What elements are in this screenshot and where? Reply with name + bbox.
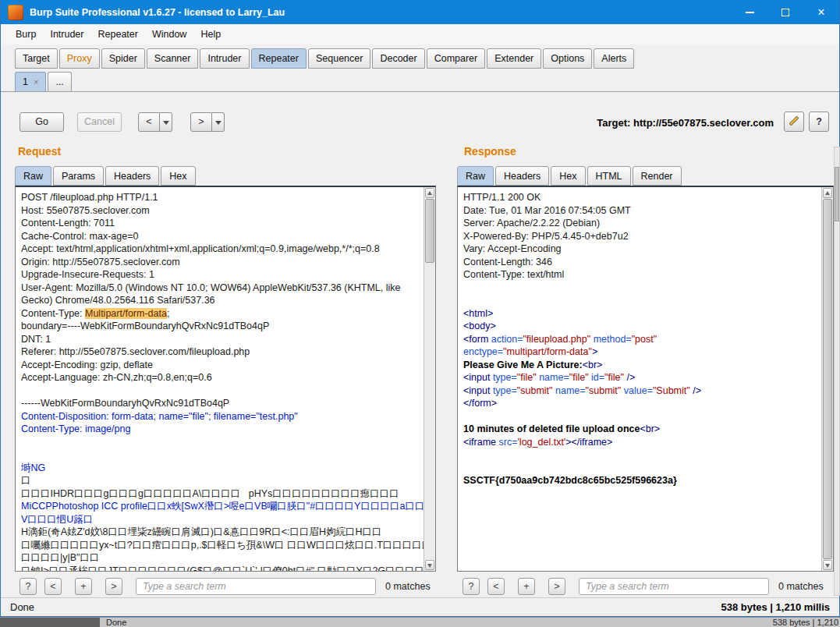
editor-line: User-Agent: Mozilla/5.0 (Windows NT 10.0… <box>21 282 424 295</box>
editor-line: Please Give Me A Picture:<br> <box>463 359 821 372</box>
request-search-buttons: ?<+> <box>19 578 136 595</box>
editor-line: <form action="fileupload.php" method="po… <box>463 333 821 346</box>
cancel-button[interactable]: Cancel <box>77 112 122 132</box>
response-search-prev-button[interactable]: < <box>487 578 505 595</box>
text-segment: MiCCPPhotoshop ICC profile口口x蛈[SwX撍口>喅e口… <box>21 501 424 512</box>
text-segment: <body> <box>463 321 496 331</box>
main-tab-target[interactable]: Target <box>15 48 58 69</box>
editor-line: Date: Tue, 01 Mar 2016 07:54:05 GMT <box>463 204 821 218</box>
text-segment: ------WebKitFormBoundaryhQvRxNc91dTBo4qP <box>21 398 229 409</box>
text-segment: POST /fileupload.php HTTP/1.1 <box>21 192 158 203</box>
response-scroll-thumb[interactable] <box>823 199 832 559</box>
menu-window[interactable]: Window <box>145 24 193 44</box>
history-forward-split: > <box>190 112 225 132</box>
maximize-icon <box>782 9 789 16</box>
pencil-icon <box>789 116 799 126</box>
response-search-help-button[interactable]: ? <box>463 578 480 595</box>
text-segment: 10 minutes of deleted file upload once <box>463 423 640 434</box>
editor-line: Host: 55e07875.seclover.com <box>21 204 424 218</box>
request-search-bar: ?<+> 0 matches <box>19 577 436 596</box>
main-tab-spider[interactable]: Spider <box>101 48 145 69</box>
text-segment: Accept-Language: zh-CN,zh;q=0.8,en;q=0.6 <box>21 372 212 383</box>
request-search-next-button[interactable]: > <box>105 578 122 595</box>
main-tab-intruder[interactable]: Intruder <box>200 48 249 69</box>
help-button[interactable]: ? <box>809 112 829 132</box>
history-back-dropdown[interactable] <box>160 112 172 132</box>
scroll-up-icon[interactable] <box>823 188 832 198</box>
menu-repeater[interactable]: Repeater <box>91 24 145 44</box>
editor-line: DNT: 1 <box>21 333 424 346</box>
request-search-add-button[interactable]: + <box>75 578 92 595</box>
main-tab-proxy[interactable]: Proxy <box>59 48 100 69</box>
main-tab-sequencer[interactable]: Sequencer <box>308 48 370 69</box>
menu-intruder[interactable]: Intruder <box>43 24 90 44</box>
window-scroll-thumb[interactable] <box>835 167 839 221</box>
main-tab-repeater[interactable]: Repeater <box>251 48 307 69</box>
editor-line: Content-Length: 7011 <box>21 217 424 230</box>
request-tab-hex[interactable]: Hex <box>161 166 195 186</box>
request-search-input[interactable] <box>136 578 376 595</box>
response-tab-headers[interactable]: Headers <box>495 166 549 186</box>
window-title: Burp Suite Professional v1.6.27 - licens… <box>30 7 732 18</box>
maximize-button[interactable] <box>767 0 803 24</box>
tab-close-icon[interactable]: × <box>34 78 38 87</box>
main-tab-decoder[interactable]: Decoder <box>372 48 424 69</box>
text-segment: method= <box>594 334 632 345</box>
edit-target-button[interactable] <box>784 112 804 132</box>
request-title: Request <box>18 145 61 158</box>
response-tab-html[interactable]: HTML <box>587 166 631 186</box>
text-segment: HTTP/1.1 200 OK <box>463 192 541 203</box>
main-tab-options[interactable]: Options <box>543 48 592 69</box>
scroll-down-icon[interactable] <box>425 560 434 570</box>
editor-line: 口 <box>21 474 424 487</box>
response-tab-hex[interactable]: Hex <box>551 166 585 186</box>
window-scrollbar[interactable] <box>834 147 840 596</box>
request-editor-text[interactable]: POST /fileupload.php HTTP/1.1Host: 55e07… <box>16 187 424 571</box>
scroll-down-icon[interactable] <box>823 560 832 570</box>
request-search-prev-button[interactable]: < <box>44 578 62 595</box>
editor-line: <body> <box>463 320 821 333</box>
history-forward-button[interactable]: > <box>190 112 212 132</box>
minimize-icon <box>746 12 754 13</box>
request-tab-params[interactable]: Params <box>53 166 104 186</box>
close-button[interactable]: × <box>803 0 839 24</box>
response-editor-text[interactable]: HTTP/1.1 200 OKDate: Tue, 01 Mar 2016 07… <box>458 187 821 571</box>
repeater-tab-1[interactable]: 1× <box>15 72 46 91</box>
scroll-up-icon[interactable] <box>425 188 434 198</box>
response-editor[interactable]: HTTP/1.1 200 OKDate: Tue, 01 Mar 2016 07… <box>457 186 834 572</box>
minimize-button[interactable] <box>732 0 767 24</box>
main-tab-comparer[interactable]: Comparer <box>427 48 486 69</box>
text-segment: 口鸲I>口口丞椮口口JT口口口口口口口(G$口@口口`U`'.!口傄0bt口#"… <box>21 565 424 572</box>
menu-help[interactable]: Help <box>193 24 228 44</box>
response-scrollbar[interactable] <box>821 187 833 571</box>
response-search-input[interactable] <box>579 578 769 595</box>
go-button[interactable]: Go <box>19 112 64 132</box>
main-tab-extender[interactable]: Extender <box>487 48 541 69</box>
editor-line: Upgrade-Insecure-Requests: 1 <box>21 268 424 282</box>
request-tab-raw[interactable]: Raw <box>15 166 51 186</box>
request-search-help-button[interactable]: ? <box>19 578 37 595</box>
response-tabs: RawHeadersHexHTMLRender <box>457 165 683 186</box>
main-tab-scanner[interactable]: Scanner <box>147 48 199 69</box>
request-tab-headers[interactable]: Headers <box>105 166 159 186</box>
editor-line: V口口口怬U簬口 <box>21 513 424 526</box>
editor-line: Content-Type: image/png <box>21 423 424 436</box>
response-tab-raw[interactable]: Raw <box>457 166 494 186</box>
response-search-add-button[interactable]: + <box>518 578 535 595</box>
request-scrollbar[interactable] <box>424 187 435 571</box>
repeater-tab-...[interactable]: ... <box>48 72 71 91</box>
request-scroll-thumb[interactable] <box>425 199 434 263</box>
response-title: Response <box>464 145 516 158</box>
menu-burp[interactable]: Burp <box>9 24 43 44</box>
main-tab-alerts[interactable]: Alerts <box>594 48 634 69</box>
history-forward-dropdown[interactable] <box>212 112 225 132</box>
text-segment: 口 <box>21 475 31 486</box>
history-back-button[interactable]: < <box>138 112 160 132</box>
text-segment: 口口口口|y|B"口口 <box>21 552 100 563</box>
editor-line <box>463 462 821 475</box>
request-editor[interactable]: POST /fileupload.php HTTP/1.1Host: 55e07… <box>15 186 436 572</box>
response-tab-render[interactable]: Render <box>633 166 682 186</box>
screen: Burp Suite Professional v1.6.27 - licens… <box>0 0 840 627</box>
response-search-next-button[interactable]: > <box>548 578 565 595</box>
text-segment: User-Agent: Mozilla/5.0 (Windows NT 10.0… <box>21 282 401 293</box>
